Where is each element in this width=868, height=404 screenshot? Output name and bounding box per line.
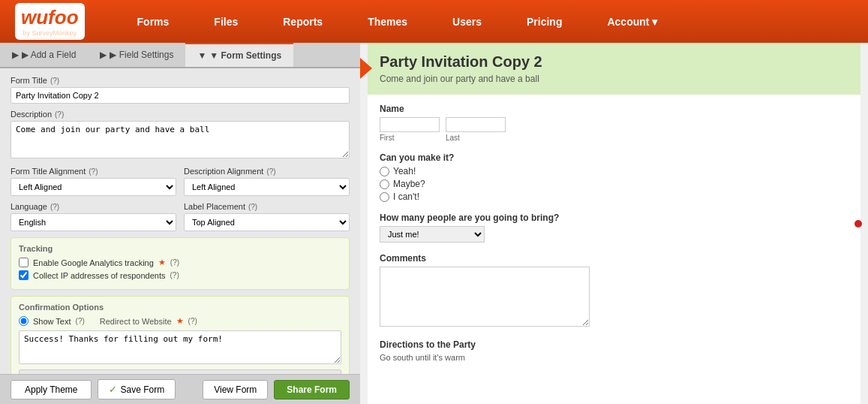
radio-cant-label: I can't!	[393, 191, 419, 202]
redirect-radio-row: Redirect to Website ★ (?)	[100, 316, 197, 326]
tracking-ip-help-icon[interactable]: (?)	[170, 271, 179, 279]
comments-field-group: Comments	[380, 253, 848, 329]
top-navigation: wufoo by SurveyMonkey Forms Files Report…	[0, 0, 868, 43]
show-text-help-icon[interactable]: (?)	[76, 317, 85, 325]
nav-users[interactable]: Users	[430, 0, 504, 43]
description-alignment-row: Description Alignment (?) Left Aligned C…	[184, 167, 350, 196]
alignment-row: Form Title Alignment (?) Left Aligned Ce…	[11, 167, 350, 202]
first-name-input[interactable]	[380, 117, 440, 132]
tab-form-settings[interactable]: ▼ ▼ Form Settings	[185, 43, 293, 67]
redirect-label: Redirect to Website	[100, 317, 172, 326]
directions-partial-text: Go south until it's warm	[380, 353, 848, 362]
label-placement-help-icon[interactable]: (?)	[248, 203, 257, 211]
show-text-radio-row: Show Text (?)	[19, 316, 85, 326]
add-field-arrow: ▶	[12, 50, 19, 60]
radio-maybe-input[interactable]	[380, 179, 389, 189]
view-form-button[interactable]: View Form	[203, 380, 268, 399]
name-field-group: Name First Last	[380, 104, 848, 142]
confirmation-section: Confirmation Options Show Text (?) Redir…	[11, 296, 350, 374]
left-panel: ▶ ▶ Add a Field ▶ ▶ Field Settings ▼ ▼ F…	[0, 43, 360, 404]
language-help-icon[interactable]: (?)	[50, 203, 59, 211]
label-placement-select[interactable]: Top Aligned Left Aligned Right Aligned	[184, 213, 350, 231]
tracking-title: Tracking	[19, 244, 341, 253]
nav-account[interactable]: Account ▾	[584, 0, 680, 43]
nav-themes[interactable]: Themes	[345, 0, 430, 43]
language-label-row: Language (?) English Spanish French Labe…	[11, 202, 350, 237]
form-title-help-icon[interactable]: (?)	[50, 77, 59, 85]
radio-maybe-label: Maybe?	[393, 179, 425, 189]
redirect-help-icon[interactable]: (?)	[188, 317, 197, 325]
form-body: Name First Last Can you make i	[368, 95, 860, 381]
radio-maybe: Maybe?	[380, 179, 848, 189]
settings-panel: Form Title (?) Description (?) Form Titl…	[0, 68, 360, 374]
nav-forms[interactable]: Forms	[115, 0, 192, 43]
save-form-button[interactable]: ✓ Save Form	[98, 379, 176, 399]
form-title-label: Form Title (?)	[11, 76, 350, 85]
confirmation-radio-group: Show Text (?) Redirect to Website ★ (?)	[19, 316, 341, 326]
language-row: Language (?) English Spanish French	[11, 202, 176, 231]
tracking-ip-row: Collect IP addresses of respondents (?)	[19, 270, 341, 280]
description-input[interactable]	[11, 121, 350, 158]
radio-cant-input[interactable]	[380, 192, 389, 202]
form-title-alignment-row: Form Title Alignment (?) Left Aligned Ce…	[11, 167, 176, 196]
apply-theme-button[interactable]: Apply Theme	[11, 380, 92, 399]
tracking-section: Tracking Enable Google Analytics trackin…	[11, 237, 350, 290]
tracking-analytics-star: ★	[158, 258, 166, 267]
description-row: Description (?)	[11, 110, 350, 161]
preview-form-description: Come and join our party and have a ball	[380, 74, 848, 84]
first-name-sublabel: First	[380, 134, 440, 142]
name-inputs: First Last	[380, 117, 848, 142]
tracking-analytics-help-icon[interactable]: (?)	[170, 258, 179, 267]
tracking-ip-checkbox[interactable]	[19, 270, 29, 280]
nav-pricing[interactable]: Pricing	[504, 0, 584, 43]
tracking-analytics-label: Enable Google Analytics tracking	[33, 258, 154, 267]
language-select[interactable]: English Spanish French	[11, 213, 176, 231]
description-alignment-help-icon[interactable]: (?)	[266, 167, 275, 176]
last-name-input[interactable]	[446, 117, 506, 132]
red-indicator-dot	[854, 220, 862, 228]
preview-form-title: Party Invitation Copy 2	[380, 53, 848, 71]
redirect-star: ★	[176, 316, 184, 326]
radio-yeah-input[interactable]	[380, 167, 389, 176]
label-placement-row: Label Placement (?) Top Aligned Left Ali…	[184, 202, 350, 231]
save-form-label: Save Form	[120, 384, 164, 395]
form-settings-arrow: ▼	[197, 50, 206, 61]
logo[interactable]: wufoo by SurveyMonkey	[15, 3, 85, 40]
bottom-bar: Apply Theme ✓ Save Form View Form Share …	[0, 374, 360, 404]
form-title-alignment-help-icon[interactable]: (?)	[89, 167, 98, 176]
nav-reports[interactable]: Reports	[260, 0, 345, 43]
form-title-input[interactable]	[11, 87, 350, 104]
how-many-select[interactable]: Just me! 2 3 4 5+	[380, 226, 485, 243]
tracking-analytics-checkbox[interactable]	[19, 258, 29, 267]
form-title-row: Form Title (?)	[11, 76, 350, 104]
tab-field-settings[interactable]: ▶ ▶ Field Settings	[88, 43, 185, 67]
tab-form-settings-label: ▼ Form Settings	[209, 50, 281, 61]
sub-navigation: ▶ ▶ Add a Field ▶ ▶ Field Settings ▼ ▼ F…	[0, 43, 360, 68]
show-text-label: Show Text	[33, 317, 71, 326]
share-form-button[interactable]: Share Form	[274, 380, 350, 399]
show-text-radio[interactable]	[19, 316, 29, 326]
name-field-label: Name	[380, 104, 848, 114]
nav-files[interactable]: Files	[191, 0, 260, 43]
radio-yeah: Yeah!	[380, 166, 848, 176]
right-panel: Party Invitation Copy 2 Come and join ou…	[360, 43, 868, 404]
make-it-field-group: Can you make it? Yeah! Maybe? I can't!	[380, 152, 848, 202]
how-many-field-group: How many people are you going to bring? …	[380, 213, 848, 243]
last-name-group: Last	[446, 117, 506, 142]
confirmation-title: Confirmation Options	[19, 303, 341, 312]
first-name-group: First	[380, 117, 440, 142]
description-help-icon[interactable]: (?)	[55, 110, 64, 119]
comments-textarea[interactable]	[380, 267, 590, 327]
directions-label: Directions to the Party	[380, 339, 848, 350]
form-preview: Party Invitation Copy 2 Come and join ou…	[368, 43, 860, 404]
description-alignment-label: Description Alignment (?)	[184, 167, 350, 176]
form-header: Party Invitation Copy 2 Come and join ou…	[368, 43, 860, 95]
confirmation-text-area[interactable]	[19, 330, 341, 364]
description-label: Description (?)	[11, 110, 350, 119]
nav-links: Forms Files Reports Themes Users Pricing…	[115, 0, 853, 43]
form-title-alignment-select[interactable]: Left Aligned Center Aligned Right Aligne…	[11, 178, 176, 196]
radio-yeah-label: Yeah!	[393, 166, 416, 176]
last-name-sublabel: Last	[446, 134, 506, 142]
tab-add-field[interactable]: ▶ ▶ Add a Field	[0, 43, 88, 67]
description-alignment-select[interactable]: Left Aligned Center Aligned Right Aligne…	[184, 178, 350, 196]
